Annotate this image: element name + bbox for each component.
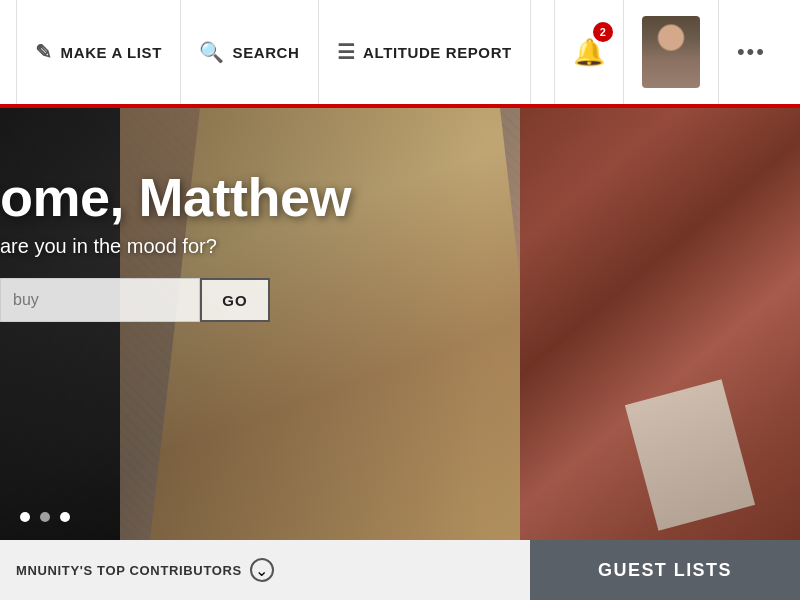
hero-subtitle: are you in the mood for?: [0, 235, 351, 258]
go-button[interactable]: GO: [200, 278, 270, 322]
hero-section: ome, Matthew are you in the mood for? GO: [0, 108, 800, 540]
chevron-down-icon: ⌄: [255, 561, 268, 580]
carousel-dot-3[interactable]: [60, 512, 70, 522]
carousel-dot-2[interactable]: [40, 512, 50, 522]
more-icon: •••: [737, 39, 766, 65]
make-list-icon: ✎: [35, 40, 53, 64]
notification-button[interactable]: 🔔 2: [554, 0, 623, 104]
community-label: MNUNITY'S TOP CONTRIBUTORS: [16, 563, 242, 578]
search-nav[interactable]: 🔍 SEARCH: [181, 0, 319, 104]
search-label: SEARCH: [233, 44, 300, 61]
carousel-dot-1[interactable]: [20, 512, 30, 522]
hero-subtitle-text: are you in the mood for?: [0, 235, 217, 257]
altitude-icon: ☰: [337, 40, 356, 64]
make-list-nav[interactable]: ✎ MAKE A LIST: [16, 0, 181, 104]
community-prefix: MN: [16, 563, 38, 578]
avatar-button[interactable]: [623, 0, 718, 104]
mood-input[interactable]: [0, 278, 200, 322]
hero-search-bar: GO: [0, 278, 351, 322]
avatar-image: [642, 16, 700, 88]
more-button[interactable]: •••: [718, 0, 784, 104]
community-text: UNITY'S TOP CONTRIBUTORS: [38, 563, 242, 578]
guest-lists-label: GUEST LISTS: [598, 560, 732, 581]
hero-content: ome, Matthew are you in the mood for? GO: [0, 168, 351, 322]
notification-badge: 2: [593, 22, 613, 42]
altitude-report-nav[interactable]: ☰ ALTITUDE REPORT: [319, 0, 531, 104]
bottom-bar: MNUNITY'S TOP CONTRIBUTORS ⌄ GUEST LISTS: [0, 540, 800, 600]
guest-lists-section[interactable]: GUEST LISTS: [530, 540, 800, 600]
hero-greeting: ome, Matthew: [0, 167, 351, 227]
altitude-report-label: ALTITUDE REPORT: [363, 44, 512, 61]
search-icon: 🔍: [199, 40, 225, 64]
hero-carousel-dots: [20, 512, 70, 522]
community-arrow-button[interactable]: ⌄: [250, 558, 274, 582]
community-section: MNUNITY'S TOP CONTRIBUTORS ⌄: [0, 540, 530, 600]
hero-title: ome, Matthew: [0, 168, 351, 227]
nav-right: 🔔 2 •••: [554, 0, 784, 104]
make-list-label: MAKE A LIST: [61, 44, 162, 61]
avatar: [642, 16, 700, 88]
navbar: ✎ MAKE A LIST 🔍 SEARCH ☰ ALTITUDE REPORT…: [0, 0, 800, 108]
